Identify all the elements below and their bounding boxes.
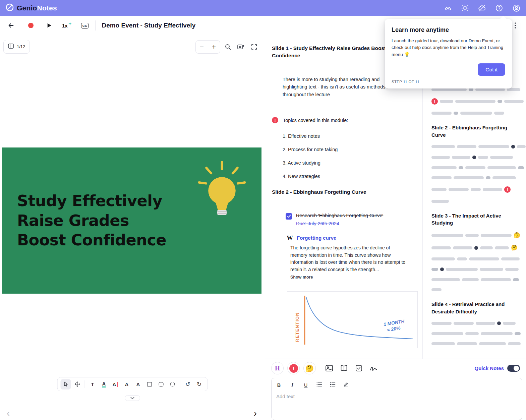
skeleton-segment — [480, 268, 503, 271]
underline-button[interactable]: U — [303, 382, 308, 388]
page-indicator: 1/12 — [17, 44, 25, 49]
rainbow-icon[interactable] — [444, 4, 452, 12]
show-more-link[interactable]: Show more — [290, 275, 313, 280]
skeleton-segment — [481, 278, 511, 281]
skeleton-segment — [452, 156, 470, 159]
ellipse-tool[interactable] — [167, 379, 178, 389]
skeleton-row: ! — [431, 186, 520, 193]
next-slide-button[interactable]: › — [254, 408, 257, 419]
skeleton-segment — [460, 112, 492, 115]
play-button[interactable] — [46, 22, 52, 28]
chart-annotation-line2: = 20% — [387, 325, 401, 333]
skeleton-row — [431, 332, 520, 335]
got-it-button[interactable]: Got it — [478, 63, 505, 76]
topic-item: 3. Active studying — [283, 160, 416, 166]
skeleton-segment — [492, 176, 516, 179]
skeleton-segment — [457, 257, 467, 260]
skeleton-segment — [431, 278, 460, 281]
toolbar-collapse-button[interactable] — [125, 395, 140, 401]
font-style-tool[interactable]: A — [133, 379, 143, 389]
sparkle-icon — [68, 21, 72, 26]
playback-speed-button[interactable]: 1x — [62, 23, 71, 28]
topics-label: Topics covered in this module: — [283, 118, 348, 123]
cloud-off-icon[interactable] — [478, 4, 486, 12]
brand-name: GenioNotes — [17, 4, 57, 12]
highlight-stamp-button[interactable]: H — [271, 362, 284, 374]
rectangle-tool[interactable] — [144, 379, 155, 389]
bullet-list-button[interactable] — [316, 382, 322, 388]
numbered-list-button[interactable] — [330, 382, 335, 388]
outline-section: ! — [431, 88, 520, 115]
skeleton-segment — [431, 322, 452, 325]
slide-title-line: Boost Confidence — [17, 230, 166, 250]
flashcards-icon[interactable] — [339, 362, 349, 374]
skeleton-segment — [471, 188, 481, 191]
help-icon[interactable] — [495, 4, 504, 12]
fullscreen-icon[interactable] — [248, 41, 259, 53]
wikipedia-link[interactable]: Forgetting curve — [297, 235, 336, 241]
forgetting-curve-image[interactable]: RETENTION 1 MONTH = 20% — [287, 291, 418, 348]
highlight-color-tool[interactable]: A — [110, 379, 121, 389]
chart-y-label: RETENTION — [295, 312, 300, 342]
account-icon[interactable] — [512, 4, 521, 12]
skeleton-segment — [465, 332, 479, 335]
underline-color-tool[interactable]: A — [99, 379, 109, 389]
skeleton-segment — [487, 166, 516, 169]
rounded-rectangle-tool[interactable] — [156, 379, 166, 389]
quick-notes-toggle[interactable] — [507, 365, 520, 372]
slide-canvas[interactable]: Study Effectively Raise Grades Boost Con… — [2, 147, 261, 294]
skeleton-segment — [440, 100, 453, 103]
quick-notes-label[interactable]: Quick Notes — [474, 365, 504, 371]
skeleton-segment — [446, 268, 478, 271]
pointer-tool[interactable] — [61, 379, 71, 389]
skeleton-row — [431, 267, 520, 271]
slide-title: Study Effectively Raise Grades Boost Con… — [2, 191, 166, 250]
quick-notes-panel: H ! 🤔 Quick Notes B I — [265, 359, 526, 420]
highlighter-button[interactable] — [343, 382, 349, 388]
font-tool[interactable]: A — [122, 379, 132, 389]
previous-slide-button[interactable]: ‹ — [7, 408, 10, 419]
captions-button[interactable]: CC — [81, 23, 89, 28]
slide-title-line: Study Effectively — [17, 191, 166, 211]
skeleton-segment — [503, 322, 516, 325]
task-checkbox[interactable] — [286, 213, 292, 220]
skeleton-segment — [431, 246, 451, 249]
zoom-in-button[interactable]: + — [208, 41, 220, 53]
skeleton-segment — [494, 112, 504, 115]
editor-placeholder: Add text — [276, 394, 517, 399]
snapshot-icon[interactable] — [235, 41, 246, 53]
app-window: GenioNotes — [0, 0, 526, 420]
format-toolbar: B I U — [276, 382, 517, 388]
back-button[interactable] — [6, 22, 16, 29]
record-button[interactable] — [28, 23, 34, 28]
thumbnail-panel-toggle[interactable]: 1/12 — [3, 40, 30, 54]
text-tool[interactable]: T — [87, 379, 98, 389]
brightness-icon[interactable] — [461, 4, 469, 12]
skeleton-row — [431, 145, 520, 148]
scribble-icon[interactable] — [368, 362, 378, 374]
bold-button[interactable]: B — [276, 382, 282, 388]
dot-marker — [511, 145, 515, 148]
more-options-button[interactable] — [512, 22, 519, 29]
task-checkbox-icon[interactable] — [354, 362, 364, 374]
brand-logo[interactable]: GenioNotes — [5, 3, 57, 13]
skeleton-segment — [431, 234, 463, 237]
undo-button[interactable]: ↺ — [183, 379, 193, 389]
redo-button[interactable]: ↻ — [194, 379, 204, 389]
note-editor[interactable]: B I U Add text — [271, 378, 522, 420]
move-tool[interactable] — [72, 379, 82, 389]
search-icon[interactable] — [222, 41, 233, 53]
skeleton-row — [431, 112, 520, 115]
skeleton-segment — [469, 88, 473, 91]
important-stamp-button[interactable]: ! — [287, 362, 300, 374]
skeleton-segment — [431, 200, 449, 203]
italic-button[interactable]: I — [290, 382, 295, 388]
zoom-out-button[interactable]: − — [196, 41, 208, 53]
skeleton-segment — [431, 257, 455, 260]
skeleton-segment — [476, 322, 495, 325]
alert-icon: ! — [272, 117, 278, 123]
zoom-controls: − + — [195, 40, 220, 54]
insert-image-icon[interactable] — [324, 362, 334, 374]
notes-slide1-heading: Slide 1 - Study Effectively Raise Grades… — [272, 45, 404, 60]
thinking-stamp-button[interactable]: 🤔 — [303, 362, 316, 374]
